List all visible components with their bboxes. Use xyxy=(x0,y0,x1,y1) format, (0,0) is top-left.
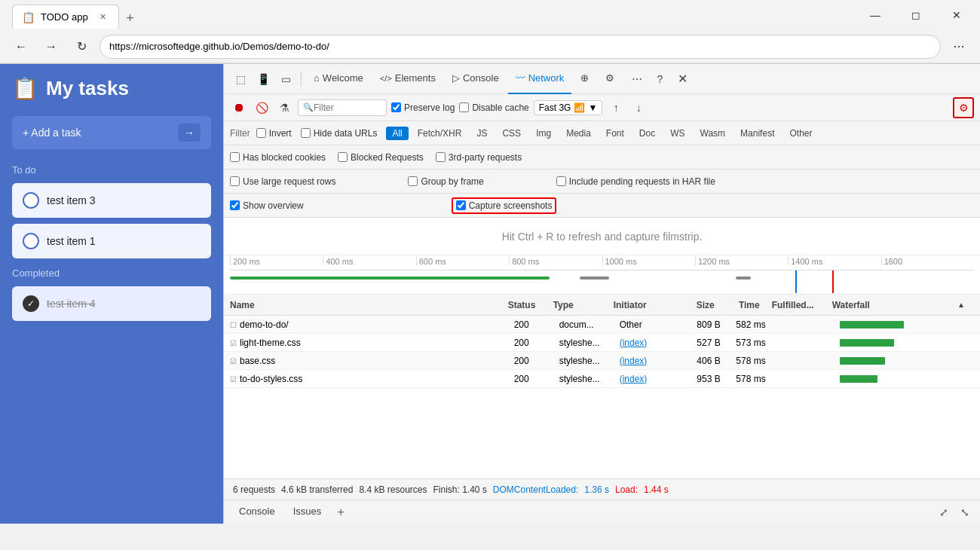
filter-fetch-xhr-button[interactable]: Fetch/XHR xyxy=(412,127,468,140)
forward-button[interactable]: → xyxy=(39,35,63,59)
disable-cache-checkbox[interactable] xyxy=(459,102,469,112)
invert-label[interactable]: Invert xyxy=(256,128,292,139)
task-item-1[interactable]: test item 1 xyxy=(12,224,211,258)
browser-more-button[interactable]: ··· xyxy=(947,35,971,59)
speed-wifi-icon: 📶 xyxy=(574,102,585,113)
col-header-name[interactable]: Name xyxy=(224,300,502,310)
network-settings-gear-button[interactable]: ⚙ xyxy=(953,97,974,118)
pending-har-text: Include pending requests in HAR file xyxy=(569,176,715,187)
filter-css-button[interactable]: CSS xyxy=(496,127,527,140)
capture-screenshots-label[interactable]: Capture screenshots xyxy=(469,200,553,211)
large-rows-label[interactable]: Use large request rows xyxy=(230,176,335,187)
tab-welcome[interactable]: ⌂ Welcome xyxy=(306,64,371,94)
group-by-frame-checkbox[interactable] xyxy=(408,176,418,186)
pending-har-checkbox[interactable] xyxy=(556,176,566,186)
devtools-device-button[interactable]: 📱 xyxy=(253,69,274,90)
blocked-cookies-label[interactable]: Has blocked cookies xyxy=(230,152,326,163)
task-checkbox-1[interactable] xyxy=(23,233,39,249)
filter-all-button[interactable]: All xyxy=(386,127,408,140)
task-item-4[interactable]: ✓ test item 4 xyxy=(12,286,211,321)
large-rows-checkbox[interactable] xyxy=(230,176,240,186)
maximize-button[interactable]: ◻ xyxy=(899,3,933,27)
show-overview-checkbox[interactable] xyxy=(230,200,240,210)
add-task-button[interactable]: + Add a task → xyxy=(12,116,211,149)
devtools-help-button[interactable]: ? xyxy=(649,69,670,90)
third-party-label[interactable]: 3rd-party requests xyxy=(436,152,522,163)
row1-status: 200 xyxy=(508,319,553,330)
network-upload-icon[interactable]: ↑ xyxy=(607,99,625,117)
tab-console[interactable]: ▷ Console xyxy=(445,64,507,94)
col-header-status[interactable]: Status xyxy=(502,300,547,310)
tab-close-button[interactable]: ✕ xyxy=(97,11,109,23)
filter-img-button[interactable]: Img xyxy=(530,127,557,140)
pending-har-label[interactable]: Include pending requests in HAR file xyxy=(556,176,715,187)
bottom-tab-add-button[interactable]: + xyxy=(330,502,351,523)
tab-elements[interactable]: </> Elements xyxy=(372,64,443,94)
col-header-initiator[interactable]: Initiator xyxy=(608,300,675,310)
disable-cache-label[interactable]: Disable cache xyxy=(459,102,528,113)
task-checkbox-3[interactable] xyxy=(23,192,39,209)
address-input[interactable] xyxy=(100,35,941,59)
preserve-log-label[interactable]: Preserve log xyxy=(391,102,455,113)
filter-doc-button[interactable]: Doc xyxy=(633,127,661,140)
bottom-tab-console[interactable]: Console xyxy=(230,500,284,524)
col-header-size[interactable]: Size xyxy=(675,300,721,310)
row3-initiator[interactable]: (index) xyxy=(614,356,681,366)
filter-other-button[interactable]: Other xyxy=(783,127,818,140)
col-header-type[interactable]: Type xyxy=(547,300,608,310)
devtools-toggle-button[interactable]: ▭ xyxy=(275,69,296,90)
close-button[interactable]: ✕ xyxy=(939,3,974,27)
filter-media-button[interactable]: Media xyxy=(560,127,597,140)
col-header-fulfilled[interactable]: Fulfilled... xyxy=(766,300,826,310)
filter-js-button[interactable]: JS xyxy=(470,127,493,140)
filter-manifest-button[interactable]: Manifest xyxy=(734,127,780,140)
devtools-more-button[interactable]: ⋯ xyxy=(626,69,648,90)
show-overview-label[interactable]: Show overview xyxy=(230,200,304,211)
task-item-3[interactable]: test item 3 xyxy=(12,183,211,218)
network-filter-input[interactable] xyxy=(314,102,381,113)
hide-data-urls-label[interactable]: Hide data URLs xyxy=(301,128,378,139)
refresh-button[interactable]: ↻ xyxy=(69,35,93,59)
row4-wf-bar xyxy=(840,375,877,383)
blocked-requests-checkbox[interactable] xyxy=(338,152,348,162)
network-record-button[interactable]: ⏺ xyxy=(230,99,248,117)
tab-network[interactable]: 〰 Network xyxy=(508,64,572,94)
devtools-close-button[interactable]: ✕ xyxy=(672,69,693,90)
minimize-button[interactable]: — xyxy=(858,3,893,27)
devtools-dock-button[interactable]: ⤡ xyxy=(956,503,974,521)
devtools-inspect-button[interactable]: ⬚ xyxy=(230,69,251,90)
row4-initiator[interactable]: (index) xyxy=(614,374,681,384)
timeline[interactable]: 200 ms 400 ms 600 ms 800 ms 1000 ms 1200… xyxy=(224,255,980,295)
table-row-1[interactable]: ☐demo-to-do/ 200 docum... Other 809 B 58… xyxy=(224,316,980,334)
task-checkbox-4[interactable]: ✓ xyxy=(23,295,39,312)
network-clear-button[interactable]: 🚫 xyxy=(253,99,271,117)
preserve-log-checkbox[interactable] xyxy=(391,102,401,112)
blocked-cookies-checkbox[interactable] xyxy=(230,152,240,162)
network-download-icon[interactable]: ↓ xyxy=(629,99,648,117)
tab-performance[interactable]: ⊕ xyxy=(573,64,596,94)
network-filter-toggle-button[interactable]: ⚗ xyxy=(275,99,293,117)
filter-font-button[interactable]: Font xyxy=(600,127,630,140)
col-header-waterfall[interactable]: Waterfall ▲ xyxy=(826,300,971,310)
third-party-checkbox[interactable] xyxy=(436,152,446,162)
table-row-4[interactable]: ☑to-do-styles.css 200 styleshe... (index… xyxy=(224,370,980,388)
hide-data-urls-checkbox[interactable] xyxy=(301,128,311,138)
row2-status: 200 xyxy=(508,338,553,348)
filter-wasm-button[interactable]: Wasm xyxy=(694,127,732,140)
devtools-undock-button[interactable]: ⤢ xyxy=(935,503,953,521)
table-row-3[interactable]: ☑base.css 200 styleshe... (index) 406 B … xyxy=(224,352,980,370)
filter-ws-button[interactable]: WS xyxy=(664,127,691,140)
capture-screenshots-checkbox[interactable] xyxy=(456,200,466,210)
back-button[interactable]: ← xyxy=(9,35,33,59)
bottom-tab-issues[interactable]: Issues xyxy=(284,500,331,524)
invert-checkbox[interactable] xyxy=(256,128,266,138)
blocked-requests-label[interactable]: Blocked Requests xyxy=(338,152,424,163)
col-header-time[interactable]: Time xyxy=(721,300,766,310)
browser-tab-active[interactable]: 📋 TODO app ✕ xyxy=(12,5,119,29)
tab-settings-devtools[interactable]: ⚙ xyxy=(598,64,622,94)
row2-initiator[interactable]: (index) xyxy=(614,338,681,348)
group-by-frame-label[interactable]: Group by frame xyxy=(408,176,483,187)
table-row-2[interactable]: ☑light-theme.css 200 styleshe... (index)… xyxy=(224,334,980,352)
new-tab-button[interactable]: + xyxy=(119,8,142,29)
network-speed-selector[interactable]: Fast 3G 📶 ▼ xyxy=(534,100,603,115)
